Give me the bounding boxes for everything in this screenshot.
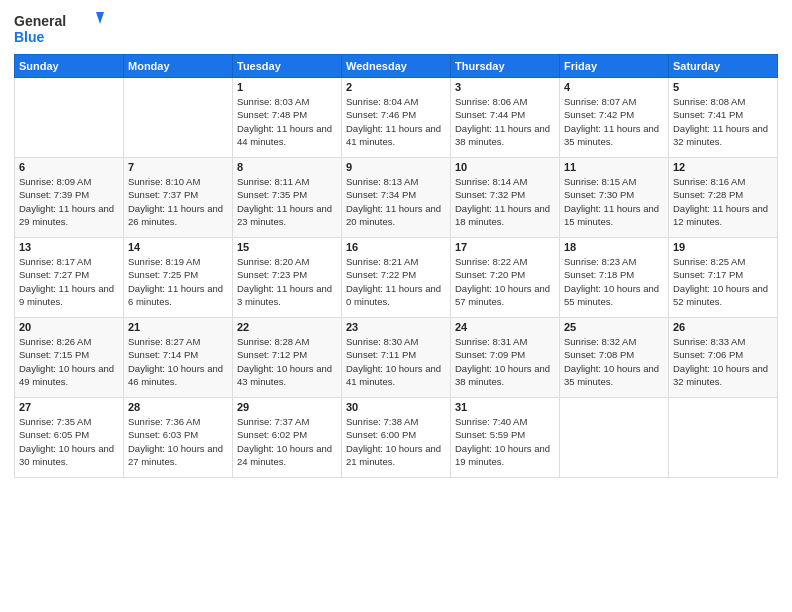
page: General Blue SundayMondayTuesdayWednesda… — [0, 0, 792, 612]
day-info: Sunrise: 8:03 AM Sunset: 7:48 PM Dayligh… — [237, 95, 337, 148]
day-info: Sunrise: 8:25 AM Sunset: 7:17 PM Dayligh… — [673, 255, 773, 308]
day-info: Sunrise: 8:08 AM Sunset: 7:41 PM Dayligh… — [673, 95, 773, 148]
day-cell: 26Sunrise: 8:33 AM Sunset: 7:06 PM Dayli… — [669, 318, 778, 398]
day-number: 11 — [564, 161, 664, 173]
day-number: 16 — [346, 241, 446, 253]
day-cell: 5Sunrise: 8:08 AM Sunset: 7:41 PM Daylig… — [669, 78, 778, 158]
day-info: Sunrise: 8:32 AM Sunset: 7:08 PM Dayligh… — [564, 335, 664, 388]
calendar: SundayMondayTuesdayWednesdayThursdayFrid… — [14, 54, 778, 478]
day-number: 6 — [19, 161, 119, 173]
day-info: Sunrise: 8:26 AM Sunset: 7:15 PM Dayligh… — [19, 335, 119, 388]
day-number: 14 — [128, 241, 228, 253]
day-cell: 4Sunrise: 8:07 AM Sunset: 7:42 PM Daylig… — [560, 78, 669, 158]
day-cell: 3Sunrise: 8:06 AM Sunset: 7:44 PM Daylig… — [451, 78, 560, 158]
day-info: Sunrise: 7:35 AM Sunset: 6:05 PM Dayligh… — [19, 415, 119, 468]
day-info: Sunrise: 8:07 AM Sunset: 7:42 PM Dayligh… — [564, 95, 664, 148]
day-number: 2 — [346, 81, 446, 93]
day-number: 31 — [455, 401, 555, 413]
day-number: 29 — [237, 401, 337, 413]
day-cell — [15, 78, 124, 158]
day-number: 24 — [455, 321, 555, 333]
week-row-1: 1Sunrise: 8:03 AM Sunset: 7:48 PM Daylig… — [15, 78, 778, 158]
day-cell: 30Sunrise: 7:38 AM Sunset: 6:00 PM Dayli… — [342, 398, 451, 478]
day-cell: 7Sunrise: 8:10 AM Sunset: 7:37 PM Daylig… — [124, 158, 233, 238]
logo-svg: General Blue — [14, 10, 104, 48]
svg-text:General: General — [14, 13, 66, 29]
day-info: Sunrise: 7:36 AM Sunset: 6:03 PM Dayligh… — [128, 415, 228, 468]
weekday-header-sunday: Sunday — [15, 55, 124, 78]
day-number: 30 — [346, 401, 446, 413]
day-number: 8 — [237, 161, 337, 173]
day-cell: 23Sunrise: 8:30 AM Sunset: 7:11 PM Dayli… — [342, 318, 451, 398]
day-number: 15 — [237, 241, 337, 253]
day-number: 27 — [19, 401, 119, 413]
day-number: 3 — [455, 81, 555, 93]
day-number: 7 — [128, 161, 228, 173]
day-number: 26 — [673, 321, 773, 333]
day-info: Sunrise: 8:19 AM Sunset: 7:25 PM Dayligh… — [128, 255, 228, 308]
day-cell: 21Sunrise: 8:27 AM Sunset: 7:14 PM Dayli… — [124, 318, 233, 398]
day-cell — [669, 398, 778, 478]
day-info: Sunrise: 8:14 AM Sunset: 7:32 PM Dayligh… — [455, 175, 555, 228]
day-number: 21 — [128, 321, 228, 333]
day-number: 5 — [673, 81, 773, 93]
day-number: 13 — [19, 241, 119, 253]
day-cell — [124, 78, 233, 158]
day-info: Sunrise: 8:10 AM Sunset: 7:37 PM Dayligh… — [128, 175, 228, 228]
weekday-header-tuesday: Tuesday — [233, 55, 342, 78]
day-number: 10 — [455, 161, 555, 173]
day-number: 9 — [346, 161, 446, 173]
day-cell: 6Sunrise: 8:09 AM Sunset: 7:39 PM Daylig… — [15, 158, 124, 238]
day-cell: 17Sunrise: 8:22 AM Sunset: 7:20 PM Dayli… — [451, 238, 560, 318]
day-info: Sunrise: 8:15 AM Sunset: 7:30 PM Dayligh… — [564, 175, 664, 228]
day-info: Sunrise: 8:20 AM Sunset: 7:23 PM Dayligh… — [237, 255, 337, 308]
day-cell: 16Sunrise: 8:21 AM Sunset: 7:22 PM Dayli… — [342, 238, 451, 318]
day-info: Sunrise: 8:11 AM Sunset: 7:35 PM Dayligh… — [237, 175, 337, 228]
day-number: 18 — [564, 241, 664, 253]
day-number: 22 — [237, 321, 337, 333]
day-number: 20 — [19, 321, 119, 333]
weekday-header-friday: Friday — [560, 55, 669, 78]
day-cell: 11Sunrise: 8:15 AM Sunset: 7:30 PM Dayli… — [560, 158, 669, 238]
day-cell: 12Sunrise: 8:16 AM Sunset: 7:28 PM Dayli… — [669, 158, 778, 238]
day-number: 23 — [346, 321, 446, 333]
weekday-header-monday: Monday — [124, 55, 233, 78]
day-cell: 19Sunrise: 8:25 AM Sunset: 7:17 PM Dayli… — [669, 238, 778, 318]
day-cell: 22Sunrise: 8:28 AM Sunset: 7:12 PM Dayli… — [233, 318, 342, 398]
day-number: 12 — [673, 161, 773, 173]
day-cell: 13Sunrise: 8:17 AM Sunset: 7:27 PM Dayli… — [15, 238, 124, 318]
week-row-5: 27Sunrise: 7:35 AM Sunset: 6:05 PM Dayli… — [15, 398, 778, 478]
day-cell: 28Sunrise: 7:36 AM Sunset: 6:03 PM Dayli… — [124, 398, 233, 478]
day-cell: 18Sunrise: 8:23 AM Sunset: 7:18 PM Dayli… — [560, 238, 669, 318]
day-cell: 9Sunrise: 8:13 AM Sunset: 7:34 PM Daylig… — [342, 158, 451, 238]
day-number: 28 — [128, 401, 228, 413]
day-info: Sunrise: 8:13 AM Sunset: 7:34 PM Dayligh… — [346, 175, 446, 228]
week-row-3: 13Sunrise: 8:17 AM Sunset: 7:27 PM Dayli… — [15, 238, 778, 318]
day-cell: 29Sunrise: 7:37 AM Sunset: 6:02 PM Dayli… — [233, 398, 342, 478]
svg-text:Blue: Blue — [14, 29, 45, 45]
svg-marker-2 — [96, 12, 104, 24]
weekday-header-thursday: Thursday — [451, 55, 560, 78]
day-info: Sunrise: 8:04 AM Sunset: 7:46 PM Dayligh… — [346, 95, 446, 148]
day-info: Sunrise: 8:27 AM Sunset: 7:14 PM Dayligh… — [128, 335, 228, 388]
day-info: Sunrise: 8:09 AM Sunset: 7:39 PM Dayligh… — [19, 175, 119, 228]
header: General Blue — [14, 10, 778, 48]
day-info: Sunrise: 7:38 AM Sunset: 6:00 PM Dayligh… — [346, 415, 446, 468]
day-info: Sunrise: 8:33 AM Sunset: 7:06 PM Dayligh… — [673, 335, 773, 388]
week-row-4: 20Sunrise: 8:26 AM Sunset: 7:15 PM Dayli… — [15, 318, 778, 398]
day-number: 4 — [564, 81, 664, 93]
day-cell: 20Sunrise: 8:26 AM Sunset: 7:15 PM Dayli… — [15, 318, 124, 398]
day-number: 25 — [564, 321, 664, 333]
logo: General Blue — [14, 10, 104, 48]
day-cell: 1Sunrise: 8:03 AM Sunset: 7:48 PM Daylig… — [233, 78, 342, 158]
day-cell: 14Sunrise: 8:19 AM Sunset: 7:25 PM Dayli… — [124, 238, 233, 318]
day-number: 19 — [673, 241, 773, 253]
day-info: Sunrise: 8:30 AM Sunset: 7:11 PM Dayligh… — [346, 335, 446, 388]
day-info: Sunrise: 8:31 AM Sunset: 7:09 PM Dayligh… — [455, 335, 555, 388]
day-cell: 8Sunrise: 8:11 AM Sunset: 7:35 PM Daylig… — [233, 158, 342, 238]
day-cell: 15Sunrise: 8:20 AM Sunset: 7:23 PM Dayli… — [233, 238, 342, 318]
day-cell — [560, 398, 669, 478]
weekday-header-wednesday: Wednesday — [342, 55, 451, 78]
day-info: Sunrise: 8:28 AM Sunset: 7:12 PM Dayligh… — [237, 335, 337, 388]
day-info: Sunrise: 8:17 AM Sunset: 7:27 PM Dayligh… — [19, 255, 119, 308]
